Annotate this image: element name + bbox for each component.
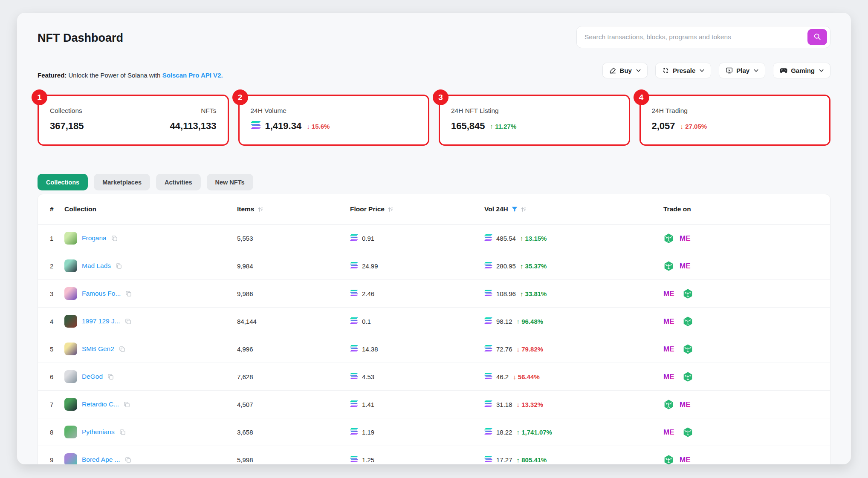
annotation-badge-2: 2 [232, 89, 248, 105]
copy-icon[interactable] [111, 235, 118, 242]
stat-value-24h-trading: 2,057 [652, 121, 675, 132]
collection-link[interactable]: 1997 129 J... [82, 317, 120, 325]
gaming-button[interactable]: Gaming [773, 63, 830, 78]
collection-link[interactable]: Bored Ape ... [82, 456, 120, 464]
copy-icon[interactable] [107, 374, 114, 380]
nav-buttons: Buy Presale Play Gaming [602, 63, 830, 78]
presale-button[interactable]: Presale [655, 63, 711, 78]
magic-eden-icon[interactable]: ME [680, 400, 693, 409]
magic-eden-icon[interactable]: ME [680, 262, 693, 270]
collection-link[interactable]: DeGod [82, 373, 103, 380]
tab-marketplaces[interactable]: Marketplaces [94, 174, 150, 190]
collection-avatar [64, 232, 77, 245]
sort-icon[interactable] [258, 207, 263, 212]
solana-icon [350, 373, 358, 380]
tensor-icon[interactable] [683, 288, 693, 299]
floor-price: 1.25 [362, 456, 374, 464]
items-count: 3,658 [237, 429, 350, 436]
stat-value-24h-volume: 1,419.34 [265, 121, 302, 132]
collection-link[interactable]: Retardio C... [82, 400, 119, 408]
search-button[interactable] [807, 29, 827, 45]
tensor-icon[interactable] [663, 455, 674, 465]
tab-collections[interactable]: Collections [38, 174, 88, 190]
tensor-icon[interactable] [683, 316, 693, 327]
rank: 7 [50, 401, 64, 408]
copy-icon[interactable] [125, 457, 131, 463]
vol-24h: 31.18 [496, 401, 512, 408]
magic-eden-icon[interactable]: ME [680, 234, 693, 242]
search-input[interactable] [584, 33, 807, 41]
rank: 6 [50, 373, 64, 380]
table-row: 3 Famous Fo... 9,986 2.46 108.96 ↑ 33.81… [38, 280, 830, 308]
floor-price: 0.1 [362, 318, 371, 325]
tab-activities[interactable]: Activities [156, 174, 200, 190]
floor-price: 24.99 [362, 262, 378, 270]
tensor-icon[interactable] [683, 344, 693, 354]
items-count: 4,996 [237, 346, 350, 353]
collection-link[interactable]: SMB Gen2 [82, 345, 114, 353]
stat-change-24h-trading: ↓ 27.05% [680, 123, 707, 130]
copy-icon[interactable] [119, 346, 125, 352]
search-bar[interactable] [576, 26, 830, 48]
tensor-icon[interactable] [663, 399, 674, 410]
svg-text:ME: ME [680, 234, 691, 242]
featured-link[interactable]: Solscan Pro API V2. [162, 72, 223, 79]
collection-avatar [64, 426, 77, 438]
collection-link[interactable]: Pythenians [82, 428, 115, 436]
tensor-icon[interactable] [683, 427, 693, 438]
change-percent: ↑ 13.15% [520, 235, 547, 242]
svg-text:ME: ME [663, 290, 674, 298]
collection-avatar [64, 259, 77, 272]
sort-icon[interactable] [388, 207, 393, 212]
buy-button[interactable]: Buy [602, 63, 648, 78]
stat-label-24h-trading: 24H Trading [652, 107, 688, 115]
stat-label-24h-volume: 24H Volume [251, 107, 286, 115]
tensor-icon[interactable] [663, 233, 674, 244]
change-percent: ↓ 79.82% [517, 346, 544, 353]
collection-link[interactable]: Frogana [82, 234, 107, 242]
copy-icon[interactable] [125, 318, 131, 325]
collection-link[interactable]: Famous Fo... [82, 290, 121, 297]
magic-eden-icon[interactable]: ME [663, 428, 677, 436]
copy-icon[interactable] [116, 263, 122, 269]
items-count: 5,553 [237, 235, 350, 242]
presale-icon [662, 67, 669, 74]
buy-icon [609, 67, 616, 74]
solana-icon [350, 456, 358, 464]
magic-eden-icon[interactable]: ME [663, 289, 677, 298]
floor-price: 1.19 [362, 429, 374, 436]
stat-card-24h-trading: 4 24H Trading 2,057 ↓ 27.05% [639, 95, 831, 146]
trade-on-icons: ME [663, 288, 830, 299]
filter-icon[interactable] [512, 207, 518, 212]
tab-new-nfts[interactable]: New NFTs [207, 174, 253, 190]
copy-icon[interactable] [124, 401, 130, 408]
solana-icon [350, 400, 358, 408]
solana-icon [350, 317, 358, 325]
table-row: 8 Pythenians 3,658 1.19 18.22 ↑ 1,741.07… [38, 418, 830, 446]
tensor-icon[interactable] [663, 261, 674, 271]
stat-value-nfts: 44,113,133 [170, 121, 217, 132]
magic-eden-icon[interactable]: ME [680, 455, 693, 464]
change-percent: ↓ 13.32% [517, 401, 544, 408]
magic-eden-icon[interactable]: ME [663, 317, 677, 325]
copy-icon[interactable] [119, 429, 126, 435]
vol-24h: 18.22 [496, 429, 512, 436]
solana-icon [251, 121, 261, 132]
page-title: NFT Dashboard [38, 32, 123, 45]
annotation-badge-1: 1 [32, 89, 47, 105]
floor-price: 4.53 [362, 373, 374, 380]
column-collection: Collection [64, 205, 237, 213]
magic-eden-icon[interactable]: ME [663, 372, 677, 381]
stat-label-collections: Collections [50, 107, 82, 115]
collection-link[interactable]: Mad Lads [82, 262, 111, 270]
items-count: 7,628 [237, 373, 350, 380]
tensor-icon[interactable] [683, 371, 693, 382]
solana-icon [484, 428, 492, 436]
rank: 1 [50, 235, 64, 242]
magic-eden-icon[interactable]: ME [663, 345, 677, 353]
copy-icon[interactable] [125, 291, 132, 297]
play-button[interactable]: Play [719, 63, 765, 78]
sort-icon[interactable] [521, 207, 527, 212]
table-row: 7 Retardio C... 4,507 1.41 31.18 ↓ 13.32… [38, 391, 830, 418]
collection-avatar [64, 453, 77, 464]
